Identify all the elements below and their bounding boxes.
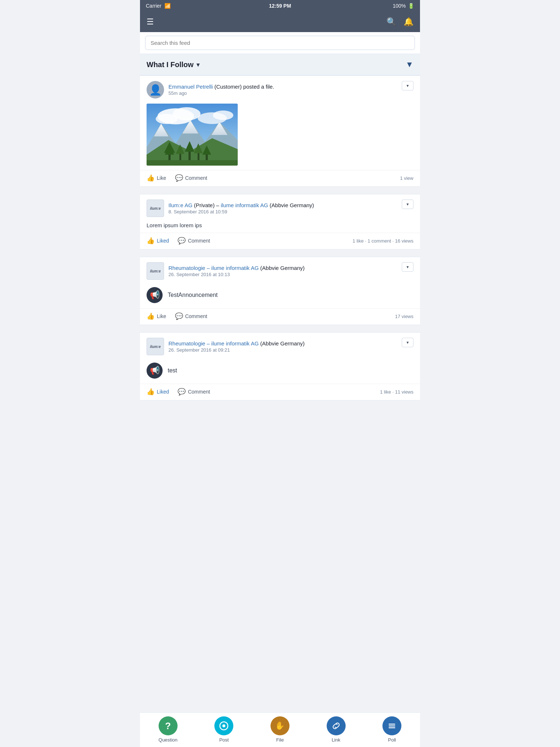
post-actions-1: 👍 Like 💬 Comment 1 view: [140, 170, 420, 186]
logo-text-2: ilum:e: [150, 206, 160, 210]
post-dropdown-2[interactable]: ▾: [402, 200, 413, 209]
post-header-2: ilum:e Ilum:e AG (Private) – ilume infor…: [140, 194, 420, 221]
like-button-1[interactable]: 👍 Like: [147, 174, 166, 182]
post-header-1: 👤 Emmanuel Petrelli (Customer) posted a …: [140, 76, 420, 102]
post-actions-4: 👍 Liked 💬 Comment 1 like · 11 views: [140, 384, 420, 400]
post-dropdown-4[interactable]: ▾: [402, 338, 413, 347]
liked-button-4[interactable]: 👍 Liked: [147, 388, 169, 396]
liked-label-2: Liked: [157, 238, 169, 244]
post-time-4: 26. September 2016 at 09:21: [168, 347, 305, 353]
like-label-1: Like: [157, 175, 166, 181]
search-input[interactable]: [145, 36, 415, 50]
post-card-3: ilum:e Rheumatologie – ilume informatik …: [140, 257, 420, 325]
post-stats-4: 1 like · 11 views: [380, 389, 413, 395]
comment-button-2[interactable]: 💬 Comment: [178, 237, 210, 245]
search-icon[interactable]: 🔍: [386, 17, 396, 27]
nav-left: ☰: [147, 17, 154, 27]
post-time-3: 26. September 2016 at 10:13: [168, 272, 305, 277]
post-stats-2: 1 like · 1 comment · 16 views: [353, 238, 413, 244]
post-time-1: 55m ago: [168, 90, 274, 96]
status-bar: Carrier 📶 12:59 PM 100% 🔋: [140, 0, 420, 12]
svg-point-5: [213, 111, 233, 120]
action-buttons-4: 👍 Liked 💬 Comment: [147, 388, 210, 396]
avatar-1: 👤: [147, 81, 164, 98]
post-header-left-4: ilum:e Rheumatologie – ilume informatik …: [147, 338, 305, 355]
logo-text-4: ilum:e: [150, 345, 160, 349]
post-meta-3: Rheumatologie – ilume informatik AG (Abb…: [168, 265, 305, 277]
post-image-thumbnail-1[interactable]: [147, 104, 238, 166]
battery-icon: 🔋: [408, 3, 414, 9]
person-icon: 👤: [149, 84, 162, 96]
thumbs-up-icon-2: 👍: [147, 237, 155, 245]
author-link-1[interactable]: Emmanuel Petrelli: [168, 84, 213, 90]
battery-label: 100%: [393, 3, 406, 9]
author-link-3[interactable]: Rheumatologie – ilume informatik AG: [168, 265, 259, 271]
thumbs-up-icon-3: 👍: [147, 312, 155, 320]
filter-funnel-icon[interactable]: ▼: [405, 60, 413, 69]
post-stats-1: 1 view: [400, 175, 413, 181]
post-author-line-1: Emmanuel Petrelli (Customer) posted a fi…: [168, 84, 274, 90]
post-card-2: ilum:e Ilum:e AG (Private) – ilume infor…: [140, 194, 420, 249]
post-announcement-4: 📢 test: [140, 359, 420, 384]
svg-point-3: [156, 114, 178, 124]
avatar-3: ilum:e: [147, 262, 164, 280]
thumbs-up-icon-1: 👍: [147, 174, 155, 182]
chevron-down-icon: ▾: [197, 61, 199, 68]
announcement-icon-4: 📢: [147, 363, 163, 379]
comment-button-4[interactable]: 💬 Comment: [178, 388, 210, 396]
comment-label-1: Comment: [185, 175, 207, 181]
author-link-2[interactable]: Ilum:e AG: [168, 202, 192, 208]
nav-bar: ☰ 🔍 🔔: [140, 12, 420, 32]
announcement-text-3: TestAnnouncement: [168, 292, 218, 298]
post-meta-4: Rheumatologie – ilume informatik AG (Abb…: [168, 340, 305, 353]
post-stats-3: 17 views: [395, 314, 413, 319]
svg-rect-22: [147, 160, 238, 166]
post-text-2: Lorem ipsum lorem ips: [140, 221, 420, 233]
notifications-icon[interactable]: 🔔: [404, 17, 413, 27]
liked-label-4: Liked: [157, 389, 169, 395]
comment-button-1[interactable]: 💬 Comment: [175, 174, 207, 182]
author-suffix-4: (Abbvie Germany): [260, 340, 305, 347]
author-suffix-2b: (Abbvie Germany): [270, 202, 314, 208]
comment-icon-1: 💬: [175, 174, 183, 182]
filter-title-area[interactable]: What I Follow ▾: [147, 61, 199, 69]
separator-2: [140, 253, 420, 257]
thumbs-up-icon-4: 👍: [147, 388, 155, 396]
nav-right: 🔍 🔔: [386, 17, 413, 27]
carrier-label: Carrier: [146, 3, 162, 9]
separator-3: [140, 329, 420, 332]
avatar-2: ilum:e: [147, 200, 164, 217]
post-announcement-3: 📢 TestAnnouncement: [140, 283, 420, 308]
post-time-2: 8. September 2016 at 10:59: [168, 209, 314, 214]
post-actions-2: 👍 Liked 💬 Comment 1 like · 1 comment · 1…: [140, 233, 420, 249]
post-card-1: 👤 Emmanuel Petrelli (Customer) posted a …: [140, 76, 420, 187]
author-link-4[interactable]: Rheumatologie – ilume informatik AG: [168, 340, 259, 347]
action-buttons-2: 👍 Liked 💬 Comment: [147, 237, 210, 245]
post-header-4: ilum:e Rheumatologie – ilume informatik …: [140, 333, 420, 359]
filter-title-text: What I Follow: [147, 61, 194, 69]
search-container: [140, 32, 420, 54]
megaphone-icon-4: 📢: [150, 366, 160, 375]
hamburger-icon[interactable]: ☰: [147, 17, 154, 27]
announcement-text-4: test: [168, 367, 177, 374]
post-dropdown-1[interactable]: ▾: [402, 81, 413, 90]
like-button-3[interactable]: 👍 Like: [147, 312, 166, 320]
comment-button-3[interactable]: 💬 Comment: [175, 312, 207, 320]
post-dropdown-3[interactable]: ▾: [402, 262, 413, 272]
author-suffix-3: (Abbvie Germany): [260, 265, 305, 271]
author-suffix-1: (Customer) posted a file.: [214, 84, 274, 90]
main-content: 👤 Emmanuel Petrelli (Customer) posted a …: [140, 76, 420, 437]
post-author-line-2: Ilum:e AG (Private) – ilume informatik A…: [168, 202, 314, 208]
post-header-left-2: ilum:e Ilum:e AG (Private) – ilume infor…: [147, 200, 314, 217]
logo-text-3: ilum:e: [150, 269, 160, 273]
post-card-4: ilum:e Rheumatologie – ilume informatik …: [140, 332, 420, 400]
author-link-2b[interactable]: ilume informatik AG: [221, 202, 268, 208]
announcement-icon-3: 📢: [147, 287, 163, 303]
wifi-icon: 📶: [164, 3, 171, 9]
post-header-left-1: 👤 Emmanuel Petrelli (Customer) posted a …: [147, 81, 274, 98]
comment-label-3: Comment: [185, 313, 207, 319]
megaphone-icon: 📢: [150, 290, 160, 300]
liked-button-2[interactable]: 👍 Liked: [147, 237, 169, 245]
author-suffix-2a: (Private) –: [194, 202, 221, 208]
action-buttons-3: 👍 Like 💬 Comment: [147, 312, 207, 320]
